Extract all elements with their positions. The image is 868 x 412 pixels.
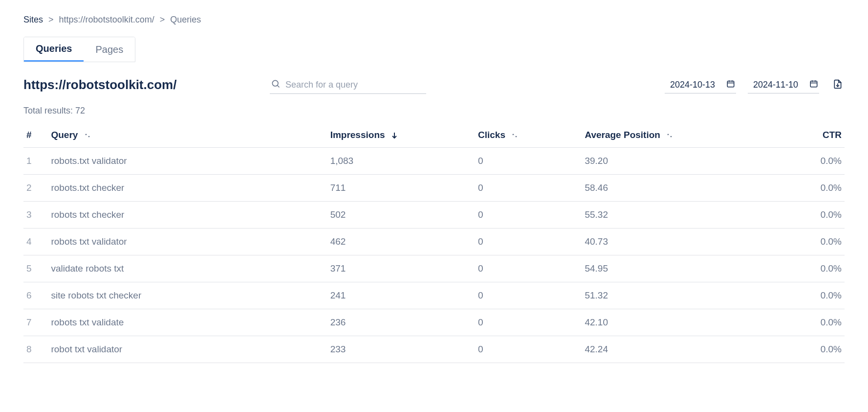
col-header-ctr-label: CTR	[823, 130, 842, 140]
search-icon	[271, 79, 281, 91]
page-title: https://robotstoolkit.com/	[23, 77, 258, 92]
cell-clicks: 0	[475, 282, 582, 309]
table-row[interactable]: 2robots.txt checker711058.460.0%	[23, 175, 845, 202]
col-header-index: #	[23, 123, 48, 148]
sort-both-icon	[667, 133, 673, 138]
cell-ctr: 0.0%	[762, 148, 845, 175]
date-start-input[interactable]	[666, 80, 719, 90]
cell-query: robots txt validator	[48, 229, 327, 255]
cell-avg-position: 42.10	[582, 309, 762, 336]
table-row[interactable]: 4robots txt validator462040.730.0%	[23, 229, 845, 255]
cell-index: 2	[23, 175, 48, 202]
cell-ctr: 0.0%	[762, 282, 845, 309]
cell-clicks: 0	[475, 202, 582, 229]
col-header-impressions-label: Impressions	[330, 130, 385, 140]
breadcrumb-sites-link[interactable]: Sites	[23, 15, 43, 24]
cell-avg-position: 39.20	[582, 148, 762, 175]
cell-ctr: 0.0%	[762, 336, 845, 363]
cell-clicks: 0	[475, 309, 582, 336]
breadcrumb-current: Queries	[170, 15, 201, 24]
cell-query: robots txt validate	[48, 309, 327, 336]
header-row: https://robotstoolkit.com/	[23, 76, 845, 94]
col-header-ctr[interactable]: CTR	[762, 123, 845, 148]
sort-both-icon	[512, 133, 518, 138]
cell-index: 5	[23, 255, 48, 282]
svg-line-1	[278, 86, 280, 88]
cell-index: 3	[23, 202, 48, 229]
col-header-clicks-label: Clicks	[478, 130, 505, 140]
tab-queries[interactable]: Queries	[24, 37, 84, 62]
cell-ctr: 0.0%	[762, 255, 845, 282]
date-controls	[665, 76, 845, 93]
cell-avg-position: 51.32	[582, 282, 762, 309]
cell-index: 1	[23, 148, 48, 175]
col-header-query-label: Query	[51, 130, 78, 140]
col-header-clicks[interactable]: Clicks	[475, 123, 582, 148]
cell-ctr: 0.0%	[762, 175, 845, 202]
cell-impressions: 371	[327, 255, 475, 282]
export-button[interactable]	[831, 77, 845, 93]
table-row[interactable]: 5validate robots txt371054.950.0%	[23, 255, 845, 282]
cell-avg-position: 54.95	[582, 255, 762, 282]
sort-desc-icon	[391, 132, 397, 139]
cell-query: site robots txt checker	[48, 282, 327, 309]
date-start-wrap[interactable]	[665, 76, 736, 93]
search-input[interactable]	[285, 80, 425, 90]
col-header-avg-position[interactable]: Average Position	[582, 123, 762, 148]
queries-table: # Query Impressions	[23, 123, 845, 363]
cell-clicks: 0	[475, 229, 582, 255]
cell-clicks: 0	[475, 175, 582, 202]
cell-impressions: 241	[327, 282, 475, 309]
cell-query: robots.txt checker	[48, 175, 327, 202]
cell-clicks: 0	[475, 148, 582, 175]
cell-impressions: 462	[327, 229, 475, 255]
svg-point-0	[272, 80, 278, 86]
cell-avg-position: 42.24	[582, 336, 762, 363]
date-end-input[interactable]	[749, 80, 803, 90]
cell-query: robot txt validator	[48, 336, 327, 363]
calendar-icon	[809, 79, 818, 90]
cell-avg-position: 55.32	[582, 202, 762, 229]
cell-index: 7	[23, 309, 48, 336]
cell-clicks: 0	[475, 336, 582, 363]
col-header-query[interactable]: Query	[48, 123, 327, 148]
cell-impressions: 502	[327, 202, 475, 229]
tabs: Queries Pages	[23, 37, 135, 62]
breadcrumb-separator: >	[160, 15, 165, 24]
table-row[interactable]: 3robots txt checker502055.320.0%	[23, 202, 845, 229]
cell-index: 8	[23, 336, 48, 363]
cell-avg-position: 58.46	[582, 175, 762, 202]
file-download-icon	[833, 79, 843, 91]
cell-impressions: 1,083	[327, 148, 475, 175]
cell-impressions: 233	[327, 336, 475, 363]
sort-both-icon	[85, 133, 90, 138]
breadcrumb: Sites > https://robotstoolkit.com/ > Que…	[23, 15, 845, 25]
cell-avg-position: 40.73	[582, 229, 762, 255]
date-end-wrap[interactable]	[748, 76, 819, 93]
calendar-icon	[726, 79, 735, 90]
cell-index: 4	[23, 229, 48, 255]
table-row[interactable]: 6site robots txt checker241051.320.0%	[23, 282, 845, 309]
tab-pages[interactable]: Pages	[84, 37, 135, 62]
cell-query: robots.txt validator	[48, 148, 327, 175]
table-row[interactable]: 1robots.txt validator1,083039.200.0%	[23, 148, 845, 175]
table-row[interactable]: 7robots txt validate236042.100.0%	[23, 309, 845, 336]
cell-ctr: 0.0%	[762, 309, 845, 336]
cell-impressions: 236	[327, 309, 475, 336]
cell-impressions: 711	[327, 175, 475, 202]
cell-index: 6	[23, 282, 48, 309]
svg-rect-6	[810, 81, 817, 87]
svg-rect-2	[727, 81, 734, 87]
table-row[interactable]: 8robot txt validator233042.240.0%	[23, 336, 845, 363]
cell-clicks: 0	[475, 255, 582, 282]
cell-query: robots txt checker	[48, 202, 327, 229]
col-header-avg-position-label: Average Position	[585, 130, 660, 140]
search-field-wrap[interactable]	[270, 76, 426, 94]
cell-ctr: 0.0%	[762, 229, 845, 255]
col-header-impressions[interactable]: Impressions	[327, 123, 475, 148]
breadcrumb-site-url-link[interactable]: https://robotstoolkit.com/	[59, 15, 154, 24]
total-results: Total results: 72	[23, 106, 845, 116]
breadcrumb-separator: >	[48, 15, 54, 24]
cell-ctr: 0.0%	[762, 202, 845, 229]
cell-query: validate robots txt	[48, 255, 327, 282]
